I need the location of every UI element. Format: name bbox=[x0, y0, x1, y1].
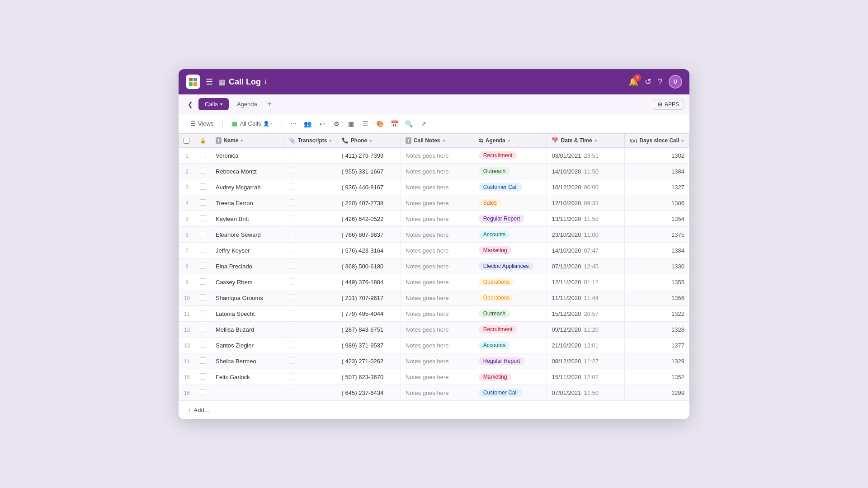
row-name-7[interactable]: Jeffry Keyser bbox=[211, 243, 284, 258]
row-check-11[interactable] bbox=[195, 306, 211, 322]
info-icon[interactable]: ℹ bbox=[264, 79, 267, 85]
row-notes-11: Notes goes here bbox=[401, 306, 474, 322]
row-agenda-4[interactable]: Sales bbox=[474, 195, 547, 211]
row-name-12[interactable]: Mellisa Buzard bbox=[211, 322, 284, 338]
col-header-phone[interactable]: 📞 Phone ▾ bbox=[337, 134, 401, 148]
row-check-5[interactable] bbox=[195, 211, 211, 227]
history-button[interactable]: ↺ bbox=[645, 77, 651, 87]
col-header-name[interactable]: T Name ▾ bbox=[211, 134, 284, 148]
hamburger-menu-icon[interactable]: ☰ bbox=[206, 77, 213, 87]
row-datetime-3: 10/12/202000:00 bbox=[547, 179, 625, 195]
row-days-7: 1384 bbox=[625, 243, 689, 258]
all-calls-label: All Calls bbox=[240, 120, 261, 127]
row-check-9[interactable] bbox=[195, 274, 211, 290]
row-agenda-7[interactable]: Marketing bbox=[474, 243, 547, 258]
apps-button[interactable]: ⊞ APPS bbox=[653, 99, 684, 110]
row-agenda-16[interactable]: Customer Call bbox=[474, 385, 547, 401]
row-agenda-2[interactable]: Outreach bbox=[474, 164, 547, 179]
search-button[interactable]: 🔍 bbox=[402, 117, 416, 131]
row-name-1[interactable]: Veronica bbox=[211, 148, 284, 164]
row-name-3[interactable]: Audrey Mcgarrah bbox=[211, 179, 284, 195]
row-check-6[interactable] bbox=[195, 227, 211, 243]
notification-button[interactable]: 🔔 2 bbox=[628, 77, 638, 87]
avatar[interactable]: U bbox=[669, 75, 682, 89]
row-check-16[interactable] bbox=[195, 385, 211, 401]
row-check-4[interactable] bbox=[195, 195, 211, 211]
row-check-10[interactable] bbox=[195, 290, 211, 306]
all-calls-button[interactable]: ▦ All Calls 👤+ bbox=[227, 118, 277, 129]
grid-view-button[interactable]: ▦ bbox=[344, 117, 358, 131]
row-transcript-9 bbox=[284, 274, 337, 290]
row-agenda-3[interactable]: Customer Call bbox=[474, 179, 547, 195]
views-button[interactable]: ☰ Views bbox=[186, 118, 218, 129]
tab-agenda[interactable]: Agenda bbox=[231, 98, 264, 110]
table-row: 5 Kayleen Britt ( 426) 642-0522 Notes go… bbox=[179, 211, 689, 227]
row-datetime-6: 23/10/202011:00 bbox=[547, 227, 625, 243]
row-agenda-5[interactable]: Regular Report bbox=[474, 211, 547, 227]
row-datetime-7: 14/10/202007:47 bbox=[547, 243, 625, 258]
row-check-13[interactable] bbox=[195, 338, 211, 353]
row-phone-11: ( 779) 495-4044 bbox=[337, 306, 401, 322]
row-check-1[interactable] bbox=[195, 148, 211, 164]
add-row-button[interactable]: + Add... bbox=[184, 405, 213, 415]
row-check-3[interactable] bbox=[195, 179, 211, 195]
row-name-11[interactable]: Latonia Specht bbox=[211, 306, 284, 322]
row-name-10[interactable]: Shaniqua Grooms bbox=[211, 290, 284, 306]
row-name-14[interactable]: Shelba Bermeo bbox=[211, 353, 284, 369]
tab-calls-dropdown-icon: ▾ bbox=[220, 102, 222, 107]
more-options-button[interactable]: ⋯ bbox=[287, 117, 300, 131]
row-notes-14: Notes goes here bbox=[401, 353, 474, 369]
row-notes-16: Notes goes here bbox=[401, 385, 474, 401]
row-name-8[interactable]: Elna Preciado bbox=[211, 258, 284, 274]
row-check-8[interactable] bbox=[195, 258, 211, 274]
row-name-4[interactable]: Treena Ferron bbox=[211, 195, 284, 211]
row-agenda-9[interactable]: Operations bbox=[474, 274, 547, 290]
col-header-callnotes[interactable]: T Call Notes ▾ bbox=[401, 134, 474, 148]
help-button[interactable]: ? bbox=[658, 77, 662, 87]
add-icon: + bbox=[188, 407, 191, 413]
row-agenda-11[interactable]: Outreach bbox=[474, 306, 547, 322]
row-name-6[interactable]: Eleanore Seward bbox=[211, 227, 284, 243]
col-header-agenda[interactable]: ⇆ Agenda ▾ bbox=[474, 134, 547, 148]
row-agenda-8[interactable]: Electric Appliances bbox=[474, 258, 547, 274]
row-name-13[interactable]: Santos Ziegler bbox=[211, 338, 284, 353]
row-notes-10: Notes goes here bbox=[401, 290, 474, 306]
row-check-15[interactable] bbox=[195, 369, 211, 385]
row-check-7[interactable] bbox=[195, 243, 211, 258]
filter-button[interactable]: ☰ bbox=[359, 117, 373, 131]
color-button[interactable]: 🎨 bbox=[373, 117, 387, 131]
col-header-transcripts[interactable]: 📎 Transcripts ▾ bbox=[284, 134, 337, 148]
row-datetime-15: 15/11/202012:02 bbox=[547, 369, 625, 385]
tab-add-button[interactable]: + bbox=[267, 99, 272, 109]
select-all-checkbox[interactable] bbox=[184, 138, 189, 144]
row-name-16[interactable] bbox=[211, 385, 284, 401]
row-agenda-1[interactable]: Recruitment bbox=[474, 148, 547, 164]
row-transcript-7 bbox=[284, 243, 337, 258]
row-agenda-15[interactable]: Marketing bbox=[474, 369, 547, 385]
settings-button[interactable]: ⚙ bbox=[330, 117, 344, 131]
toolbar-separator-2 bbox=[282, 119, 282, 128]
row-name-2[interactable]: Rebbeca Montz bbox=[211, 164, 284, 179]
col-header-dayssince[interactable]: f(x) Days since Call ▾ bbox=[625, 134, 689, 148]
calendar-button[interactable]: 📅 bbox=[388, 117, 401, 131]
undo-button[interactable]: ↩ bbox=[316, 117, 329, 131]
row-name-15[interactable]: Felix Garlock bbox=[211, 369, 284, 385]
row-agenda-14[interactable]: Regular Report bbox=[474, 353, 547, 369]
views-icon: ☰ bbox=[190, 120, 196, 127]
row-name-5[interactable]: Kayleen Britt bbox=[211, 211, 284, 227]
views-label: Views bbox=[198, 120, 213, 127]
row-agenda-10[interactable]: Operations bbox=[474, 290, 547, 306]
table-row: 15 Felix Garlock ( 507) 623-3670 Notes g… bbox=[179, 369, 689, 385]
tab-expand-button[interactable]: ❮ bbox=[184, 98, 197, 111]
row-check-12[interactable] bbox=[195, 322, 211, 338]
users-button[interactable]: 👥 bbox=[301, 117, 315, 131]
row-agenda-6[interactable]: Accounts bbox=[474, 227, 547, 243]
row-check-2[interactable] bbox=[195, 164, 211, 179]
row-name-9[interactable]: Cassey Rhem bbox=[211, 274, 284, 290]
export-button[interactable]: ↗ bbox=[417, 117, 430, 131]
row-agenda-12[interactable]: Recruitment bbox=[474, 322, 547, 338]
row-agenda-13[interactable]: Accounts bbox=[474, 338, 547, 353]
row-check-14[interactable] bbox=[195, 353, 211, 369]
tab-calls[interactable]: Calls ▾ bbox=[198, 98, 229, 110]
col-header-datetime[interactable]: 📅 Date & Time ▾ bbox=[547, 134, 625, 148]
